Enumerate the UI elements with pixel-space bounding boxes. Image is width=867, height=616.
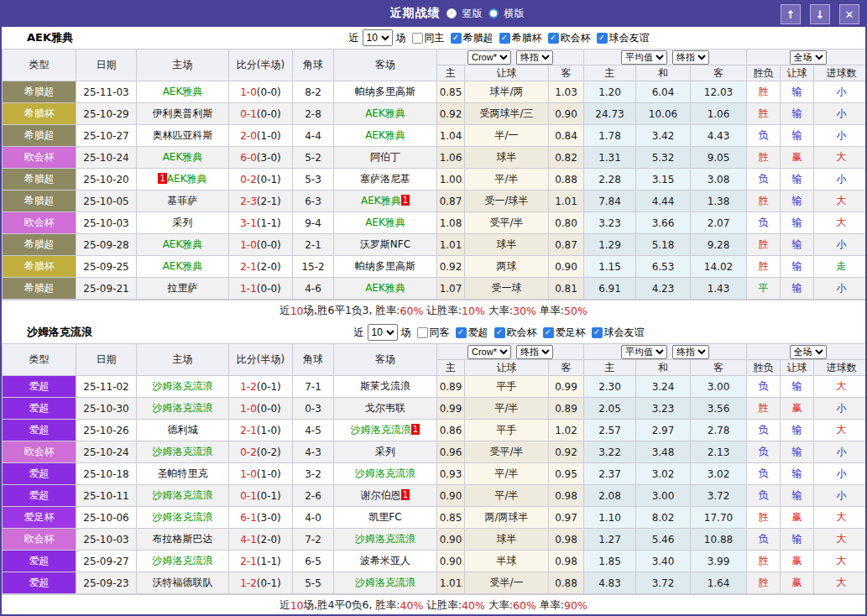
checkbox-checked-icon[interactable]: ✓ — [592, 327, 603, 338]
bookmaker-select[interactable]: Crow* — [467, 50, 511, 65]
away-team-name[interactable]: 沃罗斯NFC — [360, 238, 410, 250]
away-team-name[interactable]: 斯莱戈流浪 — [360, 380, 410, 392]
match-row: 爱超 25-10-30 沙姆洛克流浪 1-0(0-0) 0-3 戈尔韦联 0.9… — [3, 398, 867, 420]
away-team-name[interactable]: 塞萨洛尼基 — [360, 173, 410, 185]
home-team-name[interactable]: AEK雅典 — [167, 173, 207, 185]
handicap-time-select[interactable]: 终指 — [516, 345, 553, 359]
average-select[interactable]: 平均值 — [621, 50, 667, 65]
move-down-button[interactable]: ↓ — [810, 4, 830, 24]
scope-select[interactable]: 全场 — [790, 50, 827, 65]
away-team-name[interactable]: 戈尔韦联 — [365, 402, 405, 414]
halftime-score: (1-0) — [257, 425, 281, 436]
away-team-name[interactable]: 沙姆洛克流浪 — [351, 424, 411, 436]
away-team-name[interactable]: AEK雅典 — [365, 282, 405, 294]
home-team-name[interactable]: 沙姆洛克流浪 — [153, 380, 213, 392]
handicap-home-odds: 1.01 — [437, 572, 465, 594]
away-team-name[interactable]: 沙姆洛克流浪 — [355, 533, 415, 545]
handicap-time-select[interactable]: 终指 — [516, 50, 553, 65]
away-team-name[interactable]: 阿伯丁 — [370, 151, 400, 163]
league-filter-label: 希腊超 — [463, 31, 494, 45]
home-team-name[interactable]: 圣帕特里克 — [158, 467, 208, 479]
away-team-cell: AEK雅典1 — [334, 191, 437, 212]
away-team-name[interactable]: 谢尔伯恩 — [361, 489, 401, 501]
horizontal-layout-label[interactable]: 横版 — [504, 7, 525, 21]
home-team-name[interactable]: 沙姆洛克流浪 — [153, 446, 213, 457]
home-team-name[interactable]: 布拉格斯巴达 — [153, 533, 213, 545]
league-filter[interactable]: ✓球会友谊 — [591, 31, 650, 45]
home-team-name[interactable]: 德利城 — [168, 424, 198, 436]
away-team-name[interactable]: AEK雅典 — [361, 195, 401, 206]
move-up-button[interactable]: ↑ — [781, 4, 801, 24]
home-team-name[interactable]: 伊利奥普利斯 — [153, 107, 213, 119]
away-team-name[interactable]: 凯里FC — [368, 511, 401, 523]
same-venue-filter[interactable]: 同主 — [406, 31, 445, 45]
league-filter[interactable]: ✓欧会杯 — [542, 31, 591, 45]
checkbox-checked-icon[interactable]: ✓ — [499, 33, 510, 44]
home-team-name[interactable]: AEK雅典 — [163, 151, 203, 163]
checkbox-checked-icon[interactable]: ✓ — [451, 33, 462, 44]
vertical-layout-radio[interactable] — [447, 8, 457, 18]
checkbox-unchecked-icon[interactable] — [417, 327, 428, 338]
col-header-h-line: 让球 — [465, 360, 549, 376]
checkbox-checked-icon[interactable]: ✓ — [543, 327, 554, 338]
close-button[interactable]: ✕ — [839, 4, 859, 24]
scope-select[interactable]: 全场 — [790, 345, 827, 359]
average-select[interactable]: 平均值 — [621, 345, 667, 359]
away-team-name[interactable]: 沙姆洛克流浪 — [355, 577, 415, 588]
away-team-name[interactable]: AEK雅典 — [365, 129, 405, 141]
away-team-name[interactable]: 波希米亚人 — [360, 555, 410, 566]
vertical-layout-label[interactable]: 竖版 — [462, 7, 483, 21]
fulltime-score: 0-1 — [240, 108, 257, 120]
same-venue-filter[interactable]: 同客 — [411, 326, 450, 340]
away-team-name[interactable]: 采列 — [375, 446, 395, 457]
away-team-name[interactable]: 沙姆洛克流浪 — [355, 467, 415, 479]
home-team-name[interactable]: 采列 — [173, 217, 193, 228]
home-team-name[interactable]: 沙姆洛克流浪 — [153, 555, 213, 566]
home-team-name[interactable]: 沙姆洛克流浪 — [153, 402, 213, 414]
horizontal-layout-radio[interactable] — [488, 8, 499, 18]
league-filter[interactable]: ✓欧会杯 — [488, 326, 537, 340]
home-team-name[interactable]: 拉里萨 — [168, 282, 198, 294]
result-win-loss: 负 — [747, 463, 781, 485]
bookmaker-select[interactable]: Crow* — [467, 345, 511, 359]
home-team-name[interactable]: AEK雅典 — [163, 86, 203, 97]
handicap-home-odds: 1.06 — [437, 147, 465, 169]
handicap-home-odds: 0.86 — [437, 420, 465, 441]
fulltime-score: 2-1 — [240, 261, 257, 273]
away-team-name[interactable]: 帕纳多里高斯 — [355, 260, 415, 272]
league-filter[interactable]: ✓希腊杯 — [494, 31, 542, 45]
halftime-score: (1-1) — [257, 556, 281, 567]
home-team-name[interactable]: AEK雅典 — [163, 238, 203, 250]
average-time-select[interactable]: 终指 — [672, 50, 709, 65]
checkbox-checked-icon[interactable]: ✓ — [494, 327, 505, 338]
corner-score: 6-3 — [293, 191, 334, 212]
home-team-name[interactable]: 基菲萨 — [168, 195, 198, 206]
home-team-name[interactable]: AEK雅典 — [163, 260, 203, 272]
league-filter[interactable]: ✓爱超 — [450, 326, 488, 340]
home-team-name[interactable]: 沃特福德联队 — [153, 577, 213, 588]
away-team-name[interactable]: AEK雅典 — [365, 217, 405, 228]
home-team-cell: 拉里萨 — [137, 278, 229, 300]
home-team-name[interactable]: 沙姆洛克流浪 — [153, 489, 213, 501]
fulltime-score: 1-0 — [240, 468, 257, 480]
average-time-select[interactable]: 终指 — [672, 345, 709, 359]
near-count-select[interactable]: 10 — [368, 324, 398, 341]
checkbox-checked-icon[interactable]: ✓ — [548, 33, 559, 44]
away-team-name[interactable]: 帕纳多里高斯 — [355, 86, 415, 97]
league-filter[interactable]: ✓爱足杯 — [537, 326, 586, 340]
home-team-name[interactable]: 沙姆洛克流浪 — [153, 511, 213, 523]
avg-away-odds: 3.72 — [691, 485, 747, 507]
league-filter[interactable]: ✓球会友谊 — [586, 326, 645, 340]
home-team-name[interactable]: 奥林匹亚科斯 — [153, 129, 213, 141]
checkbox-unchecked-icon[interactable] — [412, 33, 423, 44]
league-filter[interactable]: ✓希腊超 — [445, 31, 494, 45]
checkbox-checked-icon[interactable]: ✓ — [597, 33, 608, 44]
home-team-cell: 奥林匹亚科斯 — [137, 125, 229, 147]
checkbox-checked-icon[interactable]: ✓ — [456, 327, 467, 338]
halftime-score: (2-0) — [257, 261, 281, 273]
near-count-select[interactable]: 10 — [363, 29, 393, 46]
col-header-goals: 进球数 — [814, 65, 867, 81]
away-team-name[interactable]: AEK雅典 — [365, 107, 405, 119]
avg-draw-odds: 3.66 — [636, 212, 691, 234]
score-cell: 0-2(0-1) — [229, 169, 293, 191]
